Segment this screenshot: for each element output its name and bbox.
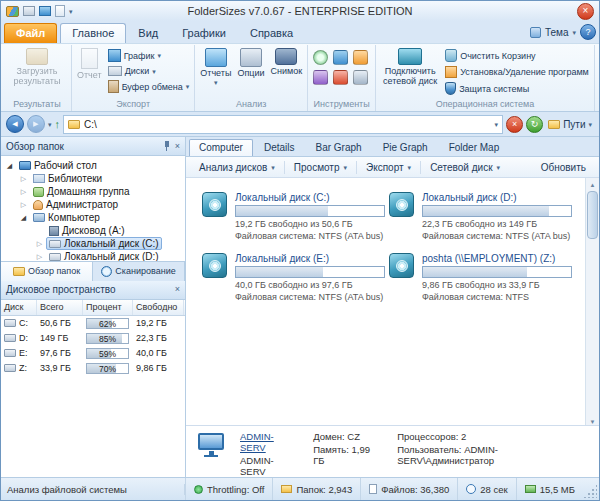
tool-oldest-files-icon[interactable] (353, 50, 368, 65)
disk-row-z[interactable]: Z: 33,9 ГБ 70% 9,86 ГБ (1, 361, 185, 376)
tab-file[interactable]: Файл (4, 23, 57, 43)
options-button[interactable]: Опции (235, 46, 266, 78)
drive-name[interactable]: Локальный диск (D:) (422, 192, 572, 203)
path-input[interactable]: C:\ (63, 115, 503, 134)
qat-chart-icon[interactable] (39, 6, 51, 16)
add-remove-programs-button[interactable]: Установка/Удаление программ (443, 65, 591, 79)
drive-name[interactable]: poshta (\\EMPLOYMENT) (Z:) (422, 253, 572, 264)
drive-item-d[interactable]: Локальный диск (D:) 22,3 ГБ свободно из … (389, 192, 572, 241)
export-drives-button[interactable]: Диски (106, 65, 192, 77)
tree-item-drive-d[interactable]: Локальный диск (D:) (1, 250, 185, 261)
expander-icon[interactable] (19, 200, 28, 209)
expander-icon[interactable] (19, 174, 28, 183)
disk-drive-icon (4, 334, 16, 342)
chevron-down-icon[interactable] (572, 29, 576, 36)
qat-customize-icon[interactable] (69, 8, 73, 15)
resize-grip[interactable] (583, 484, 597, 498)
help-button[interactable] (580, 24, 596, 40)
tab-home[interactable]: Главное (60, 23, 126, 43)
back-button[interactable] (6, 115, 24, 133)
close-icon[interactable] (175, 285, 180, 294)
forward-button[interactable] (27, 115, 45, 133)
drive-item-z[interactable]: poshta (\\EMPLOYMENT) (Z:) 9,86 ГБ свобо… (389, 253, 572, 302)
tab-view[interactable]: Вид (126, 23, 170, 43)
expander-icon[interactable] (35, 239, 44, 248)
map-network-drive-icon (398, 48, 422, 65)
network-drive-button[interactable]: Сетевой диск (421, 160, 509, 175)
up-folder-icon[interactable] (55, 119, 61, 130)
tree-item-administrator[interactable]: Администратор (1, 198, 185, 211)
drive-item-c[interactable]: Локальный диск (C:) 19,2 ГБ свободно из … (202, 192, 385, 241)
close-button[interactable] (577, 3, 594, 20)
column-header-percent[interactable]: Процент (83, 300, 133, 315)
tool-duplicate-files-icon[interactable] (313, 70, 328, 85)
refresh-view-button[interactable]: Обновить (532, 160, 595, 175)
view-tabs: Computer Details Bar Graph Pie Graph Fol… (186, 137, 599, 157)
expander-icon[interactable] (19, 213, 28, 222)
disk-letter: Z: (19, 363, 27, 373)
tool-largest-files-icon[interactable] (333, 50, 348, 65)
column-header-free[interactable]: Свободно (133, 300, 184, 315)
tree-item-libraries[interactable]: Библиотеки (1, 172, 185, 185)
scroll-up-icon[interactable] (586, 178, 599, 191)
export-clipboard-button[interactable]: Буфер обмена (106, 79, 192, 94)
tree-item-homegroup[interactable]: Домашняя группа (1, 185, 185, 198)
reports-button[interactable]: Отчеты (198, 46, 233, 86)
column-header-total[interactable]: Всего (37, 300, 83, 315)
tree-item-computer[interactable]: Компьютер (1, 211, 185, 224)
stop-button[interactable] (506, 116, 523, 133)
tab-pie-graph[interactable]: Pie Graph (373, 139, 438, 156)
scrollbar-thumb[interactable] (587, 191, 598, 239)
disk-row-c[interactable]: C: 50,6 ГБ 62% 19,2 ГБ (1, 316, 185, 331)
tree-item-drive-c[interactable]: Локальный диск (C:) (1, 237, 185, 250)
qat-report-icon[interactable] (55, 5, 65, 17)
expander-icon[interactable] (19, 187, 28, 196)
tool-search-icon[interactable] (313, 50, 328, 65)
empty-recycle-bin-button[interactable]: Очистить Корзину (443, 48, 591, 63)
ribbon-tab-row: Файл Главное Вид Графики Справка Тема (1, 21, 599, 43)
tree-item-desktop[interactable]: Рабочий стол (1, 159, 185, 172)
sidebar-tab-folders[interactable]: Обзор папок (1, 262, 93, 281)
sidebar-tab-scan[interactable]: Сканирование (93, 262, 185, 281)
tree-item-label: Дисковод (A:) (62, 225, 125, 236)
export-chart-button[interactable]: График (106, 48, 192, 63)
scroll-down-icon[interactable] (586, 412, 599, 425)
tab-computer[interactable]: Computer (189, 139, 253, 156)
export-report-button[interactable]: Отчет (75, 46, 104, 80)
tab-bar-graph[interactable]: Bar Graph (305, 139, 371, 156)
computer-name-link[interactable]: ADMIN-SERV (240, 431, 297, 453)
tab-folder-map[interactable]: Folder Map (439, 139, 510, 156)
qat-load-results-icon[interactable] (23, 6, 35, 16)
tree-item-drive-a[interactable]: Дисковод (A:) (1, 224, 185, 237)
pin-icon[interactable] (163, 141, 171, 151)
view-button[interactable]: Просмотр (285, 160, 356, 175)
floppy-drive-icon (49, 226, 59, 236)
snapshot-button[interactable]: Снимок (269, 46, 305, 76)
vertical-scrollbar[interactable] (585, 178, 599, 425)
expander-icon[interactable] (35, 252, 44, 261)
refresh-button[interactable] (526, 116, 543, 133)
export-button[interactable]: Экспорт (357, 160, 420, 175)
column-header-disk[interactable]: Диск (1, 300, 37, 315)
theme-selector[interactable]: Тема (545, 27, 569, 38)
tab-help[interactable]: Справка (238, 23, 305, 43)
drive-name[interactable]: Локальный диск (E:) (235, 253, 385, 264)
load-results-button[interactable]: Загрузить результаты (6, 46, 68, 86)
map-network-drive-button[interactable]: Подключить сетевой диск (379, 46, 441, 86)
system-protection-button[interactable]: Защита системы (443, 81, 591, 96)
expander-icon[interactable] (5, 161, 14, 170)
network-drive-icon (4, 364, 16, 372)
disk-row-d[interactable]: D: 149 ГБ 85% 22,3 ГБ (1, 331, 185, 346)
tab-charts[interactable]: Графики (170, 23, 238, 43)
close-icon[interactable] (175, 142, 180, 151)
paths-dropdown[interactable]: Пути (546, 119, 594, 130)
tool-file-types-icon[interactable] (353, 70, 368, 85)
history-dropdown-icon[interactable] (48, 121, 52, 128)
tab-details[interactable]: Details (254, 139, 305, 156)
chevron-down-icon[interactable] (495, 121, 499, 128)
drive-name[interactable]: Локальный диск (C:) (235, 192, 385, 203)
drive-item-e[interactable]: Локальный диск (E:) 40,0 ГБ свободно из … (202, 253, 385, 302)
disk-row-e[interactable]: E: 97,6 ГБ 59% 40,0 ГБ (1, 346, 185, 361)
analyze-disks-button[interactable]: Анализ дисков (190, 160, 284, 175)
tool-temp-files-icon[interactable] (333, 70, 348, 85)
